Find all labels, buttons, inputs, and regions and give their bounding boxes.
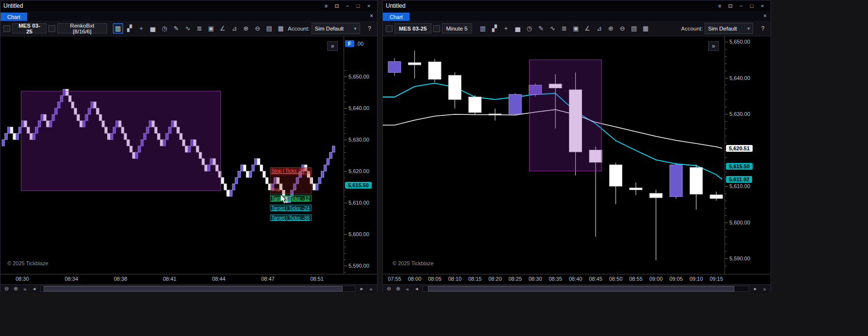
measure-tool-icon[interactable]: ⊿ xyxy=(229,23,239,33)
copy-chart-icon[interactable]: ▣ xyxy=(571,23,581,33)
chart-style-icon[interactable]: ▥ xyxy=(113,23,123,33)
crosshair-icon[interactable]: + xyxy=(501,23,511,33)
titlebar[interactable]: Untitled ≡ ⊡ − □ × xyxy=(0,0,377,11)
renko-brick xyxy=(232,184,235,190)
tab-close-icon[interactable]: × xyxy=(763,13,767,19)
indicator-overlay-icon[interactable]: ▞ xyxy=(125,23,135,33)
watchlist-icon[interactable]: ≣ xyxy=(194,23,205,33)
close-icon[interactable]: × xyxy=(757,1,768,10)
zoom-in-icon[interactable]: ⊕ xyxy=(241,23,251,33)
target-3-label[interactable]: Target | Ticks: -36 xyxy=(270,214,312,221)
time-session-icon[interactable]: ◷ xyxy=(524,23,535,33)
zoom-out-icon[interactable]: ⊖ xyxy=(617,23,628,33)
menu-icon[interactable]: ≡ xyxy=(321,1,331,10)
scrollbar-track[interactable] xyxy=(40,286,356,292)
symbol-toggle-icon[interactable] xyxy=(3,25,10,32)
folder-open-icon[interactable]: ▤ xyxy=(629,23,639,33)
trendline-icon[interactable]: ∿ xyxy=(183,23,193,33)
period-toggle-icon[interactable] xyxy=(433,25,440,32)
scroll-left-icon[interactable]: ◂ xyxy=(412,286,421,292)
scrollbar-thumb[interactable] xyxy=(428,286,734,291)
price-axis[interactable]: F .00 5,650.005,640.005,630.005,620.005,… xyxy=(344,36,377,274)
indicator-overlay-icon[interactable]: ▞ xyxy=(489,23,500,33)
zoom-out-icon[interactable]: ⊖ xyxy=(2,286,11,292)
symbol-button[interactable]: MES 03-25 xyxy=(12,23,47,33)
highlight-region[interactable] xyxy=(21,91,221,191)
zoom-out-icon[interactable]: ⊖ xyxy=(385,286,393,292)
angle-tool-icon[interactable]: ∠ xyxy=(583,23,593,33)
maximize-icon[interactable]: □ xyxy=(746,1,757,10)
zoom-in-icon[interactable]: ⊕ xyxy=(12,286,20,292)
crosshair-icon[interactable]: + xyxy=(136,23,146,33)
scroll-right-icon[interactable]: ▸ xyxy=(751,286,759,292)
copy-chart-icon[interactable]: ▣ xyxy=(206,23,216,33)
minimize-icon[interactable]: − xyxy=(736,1,746,10)
candle-chart-plot[interactable]: » © 2025 Tickblaze xyxy=(383,36,725,274)
account-select[interactable]: Sim Default ▾ xyxy=(312,23,360,34)
save-layout-icon[interactable]: ▦ xyxy=(641,23,651,33)
account-select[interactable]: Sim Default ▾ xyxy=(705,23,753,34)
help-button[interactable]: ? xyxy=(758,23,768,33)
scroll-fast-right-icon[interactable]: » xyxy=(760,286,769,292)
target-2-label[interactable]: Target | Ticks: -24 xyxy=(270,205,312,211)
angle-tool-icon[interactable]: ∠ xyxy=(218,23,228,33)
trendline-icon[interactable]: ∿ xyxy=(548,23,558,33)
chart-scrollbar[interactable]: ⊖ ⊕ « ◂ ▸ » xyxy=(383,284,771,293)
draw-pencil-icon[interactable]: ✎ xyxy=(536,23,546,33)
tab-chart[interactable]: Chart xyxy=(0,13,27,21)
period-button[interactable]: Minute 5 xyxy=(442,23,472,33)
folder-open-icon[interactable]: ▤ xyxy=(264,23,274,33)
time-axis-label: 08:44 xyxy=(212,276,226,282)
scroll-fast-left-icon[interactable]: « xyxy=(403,286,411,292)
zoom-out-icon[interactable]: ⊖ xyxy=(253,23,263,33)
stop-ticks-label[interactable]: Stop | Ticks: 24 xyxy=(270,167,312,174)
scroll-right-icon[interactable]: ▸ xyxy=(358,286,366,292)
time-axis[interactable]: 07:5508:0008:0508:1008:1508:2008:2508:30… xyxy=(383,274,771,284)
float-icon[interactable]: ⊡ xyxy=(331,1,342,10)
maximize-icon[interactable]: □ xyxy=(353,1,363,10)
chart-toolbar: MES 03-25 Minute 5 ▥▞+▅◷✎∿≣▣∠⊿⊕⊖▤▦ Accou… xyxy=(383,21,771,36)
scrollbar-thumb[interactable] xyxy=(44,286,343,291)
axis-tick-major xyxy=(725,78,728,79)
volume-bars-icon[interactable]: ▅ xyxy=(148,23,158,33)
period-toggle-icon[interactable] xyxy=(48,25,55,32)
chevron-down-icon[interactable]: ▾ xyxy=(747,26,750,31)
volume-bars-icon[interactable]: ▅ xyxy=(513,23,523,33)
save-layout-icon[interactable]: ▦ xyxy=(276,23,286,33)
target-1-label[interactable]: Target | Ticks: -12 xyxy=(270,195,312,202)
axis-tick-major xyxy=(344,234,347,235)
scroll-fast-right-icon[interactable]: » xyxy=(367,286,375,292)
period-button[interactable]: RenkoBxt [8/16/6] xyxy=(57,23,107,33)
watchlist-icon[interactable]: ≣ xyxy=(559,23,569,33)
chart-scrollbar[interactable]: ⊖ ⊕ « ◂ ▸ » xyxy=(0,284,377,293)
tab-close-icon[interactable]: × xyxy=(370,13,373,19)
stop-zone[interactable]: Stop xyxy=(270,175,312,194)
measure-tool-icon[interactable]: ⊿ xyxy=(594,23,604,33)
scroll-left-icon[interactable]: ◂ xyxy=(30,286,38,292)
symbol-toggle-icon[interactable] xyxy=(386,25,393,32)
time-session-icon[interactable]: ◷ xyxy=(159,23,170,33)
close-icon[interactable]: × xyxy=(363,1,374,10)
float-icon[interactable]: ⊡ xyxy=(725,1,736,10)
scroll-fast-left-icon[interactable]: « xyxy=(21,286,29,292)
axis-tick xyxy=(725,136,727,136)
time-axis[interactable]: 08:3008:3408:3808:4108:4408:4708:51 xyxy=(0,274,377,284)
minimize-icon[interactable]: − xyxy=(342,1,353,10)
symbol-button[interactable]: MES 03-25 xyxy=(395,23,431,33)
draw-pencil-icon[interactable]: ✎ xyxy=(171,23,181,33)
titlebar[interactable]: Untitled ≡ ⊡ − □ × xyxy=(383,0,771,11)
tab-chart[interactable]: Chart xyxy=(383,13,410,21)
chart-style-icon[interactable]: ▥ xyxy=(478,23,488,33)
zoom-in-icon[interactable]: ⊕ xyxy=(394,286,402,292)
scrollbar-track[interactable] xyxy=(423,286,749,292)
collapse-panel-button[interactable]: » xyxy=(327,41,338,51)
highlight-region[interactable] xyxy=(530,60,602,171)
zoom-in-icon[interactable]: ⊕ xyxy=(606,23,616,33)
help-button[interactable]: ? xyxy=(365,23,374,33)
chevron-down-icon[interactable]: ▾ xyxy=(354,26,357,31)
menu-icon[interactable]: ≡ xyxy=(714,1,725,10)
collapse-panel-button[interactable]: » xyxy=(708,41,719,51)
price-axis[interactable]: 5,650.005,640.005,630.005,610.005,600.00… xyxy=(725,36,771,274)
axis-tick-major xyxy=(725,223,728,223)
renko-chart-plot[interactable]: » Stop | Ticks: 24 Stop Target | Ticks: … xyxy=(0,36,344,274)
